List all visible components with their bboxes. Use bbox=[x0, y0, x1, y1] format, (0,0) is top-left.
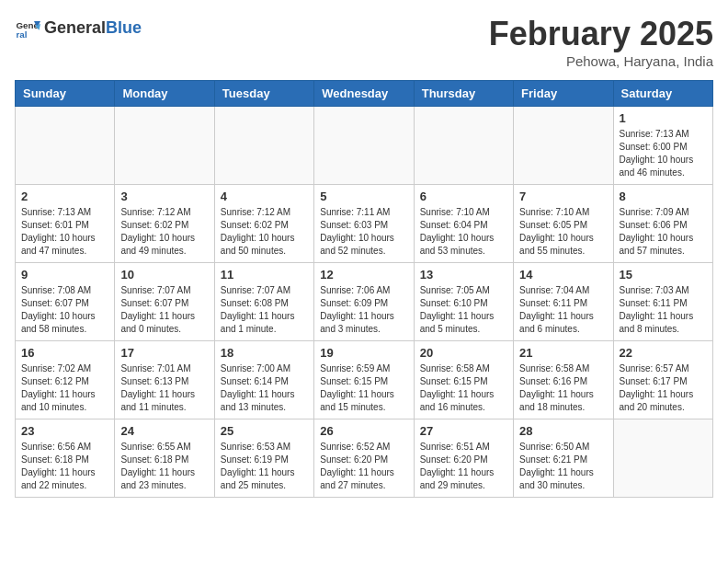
calendar-cell bbox=[414, 107, 513, 185]
day-number: 21 bbox=[519, 346, 607, 360]
title-block: February 2025 Pehowa, Haryana, India bbox=[489, 15, 713, 69]
calendar-table: SundayMondayTuesdayWednesdayThursdayFrid… bbox=[15, 80, 713, 498]
logo: Gene ral GeneralBlue bbox=[15, 15, 142, 40]
calendar-cell: 12Sunrise: 7:06 AM Sunset: 6:09 PM Dayli… bbox=[314, 263, 414, 341]
day-number: 7 bbox=[519, 190, 607, 203]
day-info: Sunrise: 6:50 AM Sunset: 6:21 PM Dayligh… bbox=[519, 441, 607, 492]
day-number: 27 bbox=[420, 424, 507, 438]
calendar-week-row: 1Sunrise: 7:13 AM Sunset: 6:00 PM Daylig… bbox=[16, 107, 713, 185]
calendar-cell bbox=[16, 107, 115, 185]
day-number: 22 bbox=[620, 346, 707, 360]
calendar-week-row: 23Sunrise: 6:56 AM Sunset: 6:18 PM Dayli… bbox=[16, 419, 713, 498]
day-info: Sunrise: 7:10 AM Sunset: 6:04 PM Dayligh… bbox=[420, 206, 507, 258]
calendar-cell: 18Sunrise: 7:00 AM Sunset: 6:14 PM Dayli… bbox=[214, 341, 313, 419]
day-info: Sunrise: 6:52 AM Sunset: 6:20 PM Dayligh… bbox=[320, 441, 407, 492]
day-info: Sunrise: 6:59 AM Sunset: 6:15 PM Dayligh… bbox=[320, 362, 407, 414]
day-info: Sunrise: 6:56 AM Sunset: 6:18 PM Dayligh… bbox=[21, 441, 108, 492]
day-info: Sunrise: 7:00 AM Sunset: 6:14 PM Dayligh… bbox=[221, 362, 308, 414]
calendar-cell: 21Sunrise: 6:58 AM Sunset: 6:16 PM Dayli… bbox=[514, 341, 613, 419]
calendar-week-row: 2Sunrise: 7:13 AM Sunset: 6:01 PM Daylig… bbox=[16, 185, 713, 263]
day-number: 17 bbox=[120, 346, 208, 360]
day-number: 3 bbox=[120, 190, 208, 203]
calendar-cell: 24Sunrise: 6:55 AM Sunset: 6:18 PM Dayli… bbox=[115, 419, 214, 498]
calendar-cell: 20Sunrise: 6:58 AM Sunset: 6:15 PM Dayli… bbox=[414, 341, 513, 419]
day-info: Sunrise: 7:03 AM Sunset: 6:11 PM Dayligh… bbox=[620, 284, 707, 336]
page-header: Gene ral GeneralBlue February 2025 Pehow… bbox=[15, 15, 713, 69]
weekday-header-saturday: Saturday bbox=[613, 81, 712, 107]
day-number: 8 bbox=[620, 190, 707, 203]
day-number: 23 bbox=[21, 424, 108, 438]
day-info: Sunrise: 6:58 AM Sunset: 6:15 PM Dayligh… bbox=[420, 362, 507, 414]
logo-blue-text: Blue bbox=[106, 18, 142, 37]
day-info: Sunrise: 7:09 AM Sunset: 6:06 PM Dayligh… bbox=[620, 206, 707, 258]
day-info: Sunrise: 6:51 AM Sunset: 6:20 PM Dayligh… bbox=[420, 441, 507, 492]
calendar-cell: 9Sunrise: 7:08 AM Sunset: 6:07 PM Daylig… bbox=[16, 263, 115, 341]
day-info: Sunrise: 6:57 AM Sunset: 6:17 PM Dayligh… bbox=[620, 362, 707, 414]
calendar-cell: 3Sunrise: 7:12 AM Sunset: 6:02 PM Daylig… bbox=[115, 185, 214, 263]
calendar-cell bbox=[115, 107, 214, 185]
day-number: 10 bbox=[120, 268, 208, 282]
day-number: 11 bbox=[221, 268, 308, 282]
calendar-cell: 5Sunrise: 7:11 AM Sunset: 6:03 PM Daylig… bbox=[314, 185, 414, 263]
calendar-cell bbox=[514, 107, 613, 185]
calendar-cell: 16Sunrise: 7:02 AM Sunset: 6:12 PM Dayli… bbox=[16, 341, 115, 419]
calendar-cell bbox=[214, 107, 313, 185]
day-info: Sunrise: 7:12 AM Sunset: 6:02 PM Dayligh… bbox=[120, 206, 208, 258]
calendar-cell bbox=[314, 107, 414, 185]
day-info: Sunrise: 7:04 AM Sunset: 6:11 PM Dayligh… bbox=[519, 284, 607, 336]
calendar-cell: 19Sunrise: 6:59 AM Sunset: 6:15 PM Dayli… bbox=[314, 341, 414, 419]
calendar-title: February 2025 bbox=[489, 15, 713, 53]
day-number: 12 bbox=[320, 268, 407, 282]
calendar-location: Pehowa, Haryana, India bbox=[489, 53, 713, 69]
day-info: Sunrise: 7:13 AM Sunset: 6:00 PM Dayligh… bbox=[620, 128, 707, 179]
weekday-header-wednesday: Wednesday bbox=[314, 81, 414, 107]
day-number: 1 bbox=[620, 111, 707, 125]
day-number: 6 bbox=[420, 190, 507, 203]
calendar-cell: 26Sunrise: 6:52 AM Sunset: 6:20 PM Dayli… bbox=[314, 419, 414, 498]
logo-general-text: General bbox=[44, 18, 106, 37]
calendar-cell: 23Sunrise: 6:56 AM Sunset: 6:18 PM Dayli… bbox=[16, 419, 115, 498]
calendar-cell: 28Sunrise: 6:50 AM Sunset: 6:21 PM Dayli… bbox=[514, 419, 613, 498]
svg-text:ral: ral bbox=[16, 29, 27, 40]
day-info: Sunrise: 6:58 AM Sunset: 6:16 PM Dayligh… bbox=[519, 362, 607, 414]
day-number: 28 bbox=[519, 424, 607, 438]
weekday-header-monday: Monday bbox=[115, 81, 214, 107]
day-info: Sunrise: 7:10 AM Sunset: 6:05 PM Dayligh… bbox=[519, 206, 607, 258]
calendar-cell: 4Sunrise: 7:12 AM Sunset: 6:02 PM Daylig… bbox=[214, 185, 313, 263]
day-info: Sunrise: 6:55 AM Sunset: 6:18 PM Dayligh… bbox=[120, 441, 208, 492]
day-info: Sunrise: 7:01 AM Sunset: 6:13 PM Dayligh… bbox=[120, 362, 208, 414]
calendar-cell: 1Sunrise: 7:13 AM Sunset: 6:00 PM Daylig… bbox=[613, 107, 712, 185]
day-number: 15 bbox=[620, 268, 707, 282]
calendar-cell: 25Sunrise: 6:53 AM Sunset: 6:19 PM Dayli… bbox=[214, 419, 313, 498]
day-number: 19 bbox=[320, 346, 407, 360]
day-number: 13 bbox=[420, 268, 507, 282]
calendar-cell: 17Sunrise: 7:01 AM Sunset: 6:13 PM Dayli… bbox=[115, 341, 214, 419]
day-info: Sunrise: 7:07 AM Sunset: 6:07 PM Dayligh… bbox=[120, 284, 208, 336]
day-number: 4 bbox=[221, 190, 308, 203]
day-info: Sunrise: 6:53 AM Sunset: 6:19 PM Dayligh… bbox=[221, 441, 308, 492]
calendar-cell: 11Sunrise: 7:07 AM Sunset: 6:08 PM Dayli… bbox=[214, 263, 313, 341]
day-number: 14 bbox=[519, 268, 607, 282]
day-number: 20 bbox=[420, 346, 507, 360]
calendar-cell bbox=[613, 419, 712, 498]
calendar-cell: 14Sunrise: 7:04 AM Sunset: 6:11 PM Dayli… bbox=[514, 263, 613, 341]
day-number: 24 bbox=[120, 424, 208, 438]
day-info: Sunrise: 7:13 AM Sunset: 6:01 PM Dayligh… bbox=[21, 206, 108, 258]
day-info: Sunrise: 7:11 AM Sunset: 6:03 PM Dayligh… bbox=[320, 206, 407, 258]
calendar-cell: 22Sunrise: 6:57 AM Sunset: 6:17 PM Dayli… bbox=[613, 341, 712, 419]
calendar-cell: 13Sunrise: 7:05 AM Sunset: 6:10 PM Dayli… bbox=[414, 263, 513, 341]
day-number: 26 bbox=[320, 424, 407, 438]
day-number: 9 bbox=[21, 268, 108, 282]
day-info: Sunrise: 7:08 AM Sunset: 6:07 PM Dayligh… bbox=[21, 284, 108, 336]
day-number: 2 bbox=[21, 190, 108, 203]
calendar-cell: 2Sunrise: 7:13 AM Sunset: 6:01 PM Daylig… bbox=[16, 185, 115, 263]
day-number: 25 bbox=[221, 424, 308, 438]
day-info: Sunrise: 7:02 AM Sunset: 6:12 PM Dayligh… bbox=[21, 362, 108, 414]
calendar-cell: 7Sunrise: 7:10 AM Sunset: 6:05 PM Daylig… bbox=[514, 185, 613, 263]
weekday-header-row: SundayMondayTuesdayWednesdayThursdayFrid… bbox=[16, 81, 713, 107]
weekday-header-thursday: Thursday bbox=[414, 81, 513, 107]
calendar-cell: 15Sunrise: 7:03 AM Sunset: 6:11 PM Dayli… bbox=[613, 263, 712, 341]
day-number: 18 bbox=[221, 346, 308, 360]
weekday-header-friday: Friday bbox=[514, 81, 613, 107]
calendar-cell: 10Sunrise: 7:07 AM Sunset: 6:07 PM Dayli… bbox=[115, 263, 214, 341]
